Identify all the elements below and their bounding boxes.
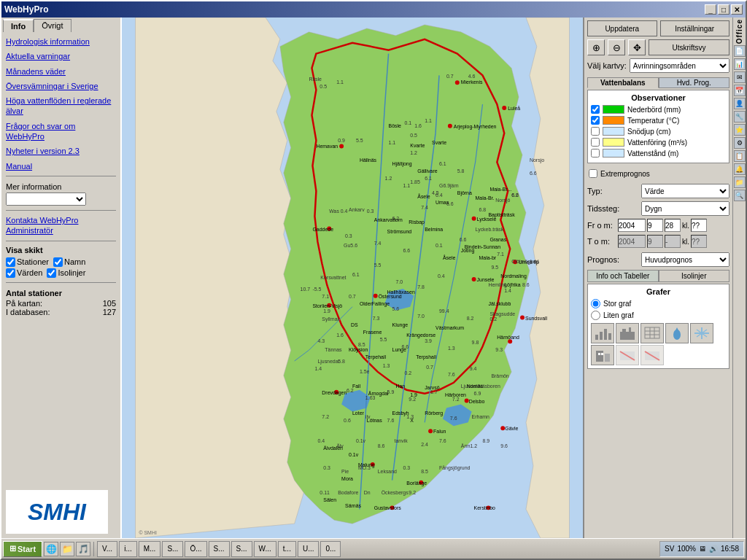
from-label: Fr o m: <box>587 221 616 230</box>
office-item-11[interactable]: 📁 <box>734 176 746 188</box>
taskbar-zero-button[interactable]: 0... <box>320 541 341 557</box>
tidssteg-row: Tidssteg: Dygn <box>587 201 729 216</box>
graph-bar-icon[interactable] <box>591 323 614 343</box>
valj-kartvy-dropdown[interactable]: Avrinningsområden <box>630 58 729 73</box>
office-item-10[interactable]: 🔔 <box>734 163 746 175</box>
mer-information-dropdown[interactable] <box>6 192 86 206</box>
link-oversvamning[interactable]: Översvämningar i Sverige <box>6 81 116 91</box>
tab-vattenbalans[interactable]: Vattenbalans <box>587 77 659 88</box>
svg-text:6.1: 6.1 <box>439 161 446 166</box>
from-day-input[interactable] <box>665 219 681 232</box>
svg-text:7.1: 7.1 <box>322 294 329 299</box>
tab-info-tabeller[interactable]: Info och Tabeller <box>587 270 659 282</box>
link-fragor[interactable]: Frågor och svar om WebHyPro <box>6 121 116 142</box>
tidssteg-dropdown[interactable]: Dygn <box>641 201 729 216</box>
uppdatera-button[interactable]: Uppdatera <box>587 20 657 36</box>
taskbar-s3-button[interactable]: S... <box>231 541 252 557</box>
checkbox-namn-input[interactable] <box>53 257 63 267</box>
svg-text:Delsbo: Delsbo <box>469 399 485 404</box>
svg-rect-218 <box>600 332 603 340</box>
tab-isolinjer[interactable]: Isolinjer <box>659 270 730 282</box>
svg-text:0.1v: 0.1v <box>349 452 359 457</box>
office-item-3[interactable]: ✉ <box>734 71 746 83</box>
svg-text:9.8: 9.8 <box>472 340 479 345</box>
office-item-8[interactable]: ⚙ <box>734 137 746 149</box>
svg-rect-220 <box>608 333 611 340</box>
graph-building-icon[interactable] <box>591 345 614 365</box>
zoom-indicator: 100% <box>677 545 696 553</box>
svg-text:3.9: 3.9 <box>425 338 432 343</box>
obs-nederbord-checkbox[interactable] <box>591 105 600 114</box>
svg-text:7.6: 7.6 <box>387 418 395 423</box>
svg-text:Frasene: Frasene <box>363 330 382 335</box>
taskbar-v-button[interactable]: V... <box>97 541 117 557</box>
taskbar-t-button[interactable]: t... <box>278 541 296 557</box>
obs-temperatur-checkbox[interactable] <box>591 116 600 125</box>
graph-disabled-icon1 <box>616 345 639 365</box>
checkbox-isolinjer-input[interactable] <box>47 268 56 278</box>
from-month-input[interactable] <box>647 219 663 232</box>
checkbox-varden-input[interactable] <box>6 268 15 278</box>
start-button[interactable]: ⊞ Start <box>3 541 42 557</box>
pan-button[interactable]: ✥ <box>628 39 646 55</box>
close-button[interactable]: ✕ <box>731 4 743 15</box>
office-item-4[interactable]: 📅 <box>734 85 746 96</box>
link-aktuella[interactable]: Aktuella varningar <box>6 51 116 61</box>
svg-text:Öckesbergs: Öckesbergs <box>382 490 409 496</box>
office-item-7[interactable]: ⭐ <box>734 124 746 136</box>
office-item-6[interactable]: 🔧 <box>734 111 746 122</box>
link-kontakta[interactable]: Kontakta WebHyPro Administratör <box>6 215 116 236</box>
office-item-2[interactable]: 📊 <box>734 58 746 70</box>
maximize-button[interactable]: □ <box>718 4 729 15</box>
link-nyheter[interactable]: Nyheter i version 2.3 <box>6 146 116 156</box>
taskbar-s2-button[interactable]: S... <box>209 541 230 557</box>
extremprognos-checkbox[interactable] <box>589 169 597 178</box>
taskbar-o-button[interactable]: Ö... <box>185 541 206 557</box>
svg-point-15 <box>472 217 476 221</box>
taskbar-u-button[interactable]: U... <box>298 541 320 557</box>
office-item-5[interactable]: 👤 <box>734 98 746 109</box>
from-kl-input[interactable] <box>691 219 707 232</box>
taskbar-m-button[interactable]: M... <box>139 541 161 557</box>
zoom-out-button[interactable]: ⊖ <box>608 39 625 55</box>
office-item-9[interactable]: 📋 <box>734 150 746 162</box>
installningar-button[interactable]: Inställningar <box>660 20 730 36</box>
liten-graf-radio[interactable] <box>591 311 600 320</box>
obs-vattenf-checkbox[interactable] <box>591 138 600 147</box>
tab-info[interactable]: Info <box>3 19 34 32</box>
office-item-1[interactable]: 📄 <box>734 45 746 57</box>
obs-vattenstd-checkbox[interactable] <box>591 149 600 158</box>
link-hydrologisk[interactable]: Hydrologisk information <box>6 36 116 47</box>
minimize-button[interactable]: _ <box>705 4 716 15</box>
taskbar-i-button[interactable]: i... <box>119 541 137 557</box>
svg-text:6.6: 6.6 <box>460 237 467 242</box>
taskbar-w-button[interactable]: W... <box>254 541 276 557</box>
utskriftsvy-button[interactable]: Utskriftsvy <box>649 39 729 55</box>
link-hoga[interactable]: Höga vattenflöden i reglerade älvar <box>6 96 116 117</box>
link-manaden[interactable]: Månadens väder <box>6 66 116 77</box>
graph-table-icon[interactable] <box>640 323 664 343</box>
sidebar-tabs: Info Övrigt <box>3 19 119 32</box>
taskbar-s1-button[interactable]: S... <box>162 541 183 557</box>
map-area[interactable]: Mierkenis 0.7 4.6 Arjeplog-Myrheden Lule… <box>122 18 583 538</box>
link-manual[interactable]: Manual <box>6 161 116 171</box>
graph-factory-icon[interactable] <box>616 323 639 343</box>
graph-snowflake-icon[interactable] <box>690 323 713 343</box>
tab-ovrigt[interactable]: Övrigt <box>34 19 71 32</box>
tab-hvd-prog[interactable]: Hvd. Prog. <box>659 77 730 88</box>
office-item-12[interactable]: 🔍 <box>734 190 746 201</box>
from-year-input[interactable] <box>618 219 646 232</box>
svg-text:Borlänge: Borlänge <box>406 481 427 486</box>
prognos-dropdown[interactable]: Huvudprognos <box>641 252 729 267</box>
stor-graf-radio[interactable] <box>591 299 600 308</box>
taskbar-folder-icon[interactable]: 📁 <box>60 542 74 556</box>
mer-information-section: Mer information <box>6 182 116 206</box>
taskbar-ie-icon[interactable]: 🌐 <box>44 542 58 556</box>
taskbar-media-icon[interactable]: 🎵 <box>76 542 90 556</box>
svg-text:Fall: Fall <box>352 384 361 389</box>
graph-drop-icon[interactable] <box>665 323 689 343</box>
zoom-in-button[interactable]: ⊕ <box>587 39 605 55</box>
checkbox-stationer-input[interactable] <box>6 257 15 267</box>
obs-snojup-checkbox[interactable] <box>591 127 600 136</box>
typ-dropdown[interactable]: Värde <box>641 184 729 198</box>
